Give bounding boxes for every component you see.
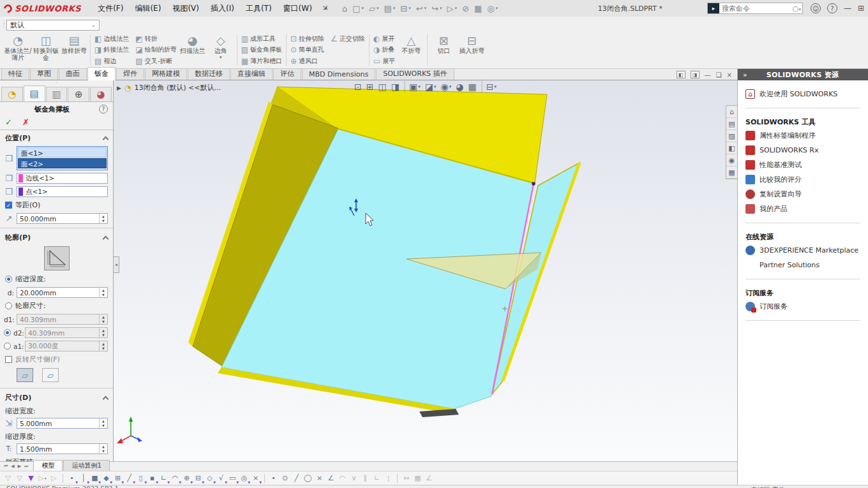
spin-down-icon[interactable]: ▼ — [100, 449, 107, 454]
filter-notes-icon[interactable]: ▭ — [227, 473, 238, 484]
filter-edges-icon[interactable]: │ — [78, 473, 89, 484]
filter-faces-icon[interactable]: ■ — [89, 473, 100, 484]
flip-dimension-checkbox[interactable] — [5, 356, 12, 363]
taskpane-tab-design-library[interactable]: ▤ — [726, 118, 737, 130]
display-style-icon[interactable]: ◪ ▾ — [424, 81, 438, 92]
dropdown-caret-icon[interactable]: ▾ — [424, 6, 427, 11]
spin-up-icon[interactable]: ▲ — [100, 214, 107, 219]
ribbon-tab[interactable]: 草图 — [30, 67, 58, 80]
task-pane-link[interactable]: 复制设置向导 — [745, 187, 860, 202]
minimize-app-icon[interactable]: — — [844, 4, 851, 13]
ribbon-button[interactable]: ▨ 钣金角撑板 — [239, 45, 284, 56]
menu-item[interactable]: 工具(T) — [241, 1, 277, 16]
d2-radio[interactable] — [4, 329, 11, 336]
ribbon-button[interactable]: ⊟ 插入折弯 — [458, 33, 486, 67]
spin-up-icon[interactable]: ▲ — [100, 288, 107, 293]
spin-up-icon[interactable]: ▲ — [100, 314, 107, 320]
menu-item[interactable]: 编辑(E) — [130, 1, 166, 16]
zoom-area-icon[interactable]: ⊞ — [365, 81, 375, 92]
filter-clear-icon[interactable]: ▽ — [14, 473, 25, 484]
ribbon-tab[interactable]: 数据迁移 — [188, 67, 230, 80]
ribbon-button[interactable]: ◧ 边线法兰 — [93, 33, 131, 45]
attachment-icon[interactable]: ⊘ — [460, 3, 471, 14]
menu-item[interactable]: 窗口(W) — [278, 1, 317, 16]
home-icon[interactable]: ⌂ — [340, 3, 349, 14]
task-pane-link[interactable]: 我的产品 — [745, 202, 860, 216]
ribbon-tab[interactable]: MBD Dimensions — [302, 68, 375, 80]
spin-down-icon[interactable]: ▼ — [100, 424, 107, 429]
pm-tab-features[interactable]: ◔ — [1, 87, 23, 101]
spin-down-icon[interactable]: ▼ — [100, 333, 107, 338]
ribbon-tab[interactable]: 直接编辑 — [230, 67, 273, 80]
pane-next-icon[interactable]: ◨ — [691, 71, 700, 78]
section-view-icon[interactable]: ◫ — [377, 81, 388, 92]
ribbon-button[interactable]: △ 不折弯 — [397, 33, 425, 67]
help-icon[interactable]: ? — [827, 3, 837, 13]
previous-view-icon[interactable]: ◨ — [390, 81, 401, 92]
ribbon-button[interactable]: ◔ 基体法兰/薄片 — [4, 33, 32, 67]
panel-handle[interactable]: ◦ — [0, 80, 113, 85]
snap-perpendicular-icon[interactable]: ∨ — [348, 473, 359, 484]
taskpane-tab-custom-properties[interactable]: ▦ — [726, 166, 737, 179]
collapse-pane-icon[interactable]: » — [743, 71, 747, 79]
pm-tab-propertymanager[interactable]: ▤ — [24, 85, 45, 101]
account-icon[interactable]: ☺ — [811, 3, 821, 13]
dropdown-caret-icon[interactable]: ▾ — [377, 6, 379, 11]
ribbon-button[interactable]: ▧ 交叉-折断 — [133, 55, 178, 67]
spin-down-icon[interactable]: ▼ — [100, 320, 107, 325]
ribbon-button[interactable]: ▦ 薄片和槽口 — [239, 55, 284, 67]
ribbon-tab[interactable]: 网格建模 — [145, 67, 187, 80]
filter-sketch-segments-icon[interactable]: ∟ — [158, 473, 169, 484]
tab-next-icon[interactable]: ▶ — [17, 462, 22, 470]
tab-first-icon[interactable]: ⏮ — [3, 462, 9, 470]
snap-length-icon[interactable]: ¦ — [383, 473, 394, 484]
section-dimensions[interactable]: 尺寸(D) — [0, 391, 113, 404]
open-icon[interactable]: ▱ ▾ — [367, 3, 381, 14]
redo-icon[interactable]: ↪ ▾ — [430, 3, 444, 14]
face-list-item[interactable]: 面<2> — [18, 158, 107, 168]
pane-previous-icon[interactable]: ◧ — [677, 71, 685, 78]
taskpane-tab-file-explorer[interactable]: ▨ — [726, 130, 737, 142]
thickness-spinner[interactable]: 1.500mm ▲▼ — [17, 443, 108, 454]
filter-vertices-icon[interactable]: • — [66, 473, 77, 484]
face-list-item[interactable]: 面<1> — [18, 147, 107, 158]
restore-window-icon[interactable]: ❏ — [716, 71, 722, 78]
ribbon-button[interactable]: ▤ 放样折弯 — [60, 33, 88, 67]
dropdown-caret-icon[interactable]: ▾ — [440, 6, 442, 11]
gusset-style-flat-button[interactable]: ▱ — [17, 368, 33, 382]
collapse-chevron-icon[interactable] — [103, 235, 109, 242]
ribbon-tab[interactable]: 特征 — [1, 67, 29, 80]
new-document-icon[interactable]: □ ▾ — [350, 3, 366, 14]
expand-arrow-icon[interactable]: ▶ — [117, 85, 121, 91]
filter-sketch-points-icon[interactable]: ▪ — [147, 473, 158, 484]
dropdown-caret-icon[interactable]: ▾ — [449, 84, 452, 89]
ribbon-button[interactable]: ∠ 正交切除 — [329, 33, 367, 45]
print-icon[interactable]: ⊟ ▾ — [398, 3, 412, 14]
options-icon[interactable]: ◎ ▾ — [485, 3, 500, 14]
ribbon-button[interactable]: ◐ 展开 — [371, 33, 397, 45]
filter-weld-symbols-icon[interactable]: × — [250, 473, 261, 484]
taskpane-tab-appearances[interactable]: ◉ — [726, 154, 737, 166]
ribbon-tab[interactable]: 曲面 — [59, 67, 87, 80]
filter-toggle-icon[interactable]: ▽ — [3, 473, 13, 484]
minimize-window-icon[interactable]: — — [705, 71, 711, 78]
filter-active-icon[interactable]: ▼ — [26, 473, 36, 484]
filter-solid-bodies-icon[interactable]: ⊞ — [112, 473, 123, 484]
ribbon-button[interactable]: ◪ 绘制的折弯 — [133, 45, 178, 56]
close-window-icon[interactable]: × — [727, 71, 732, 78]
d1-spinner[interactable]: 40.309mm ▲▼ — [17, 314, 108, 325]
profile-dims-radio[interactable] — [5, 302, 12, 309]
tab-last-icon[interactable]: ⏭ — [23, 462, 29, 470]
snap-quadrant-icon[interactable]: ◯ — [303, 473, 313, 484]
task-pane-link[interactable]: 订阅服务 — [745, 299, 860, 314]
filter-datums-icon[interactable]: ◎ — [239, 473, 250, 484]
edge-selection-field[interactable]: 边线<1> — [17, 173, 108, 184]
pm-tab-displaymanager[interactable]: ◕ — [90, 87, 112, 101]
configuration-dropdown[interactable]: 默认 ⌄ — [6, 20, 100, 31]
ribbon-tab[interactable]: 钣金 — [87, 67, 116, 80]
dropdown-caret-icon[interactable]: ▾ — [393, 6, 396, 11]
ribbon-button[interactable]: ⊙ 简单直孔 — [288, 45, 326, 56]
task-pane-link[interactable]: Partner Solutions — [745, 258, 860, 272]
snap-hv-icon[interactable]: ∟ — [371, 473, 382, 484]
dock-panes-icon[interactable]: ⊞ — [858, 4, 864, 13]
